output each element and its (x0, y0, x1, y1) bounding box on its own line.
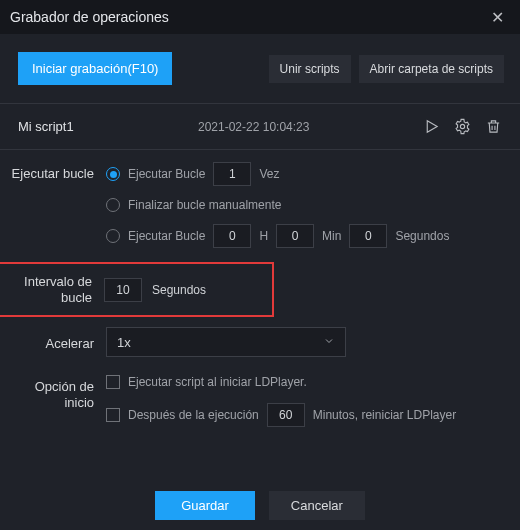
loop-m-label: Min (322, 229, 341, 243)
script-row: Mi script1 2021-02-22 10:04:23 (0, 104, 520, 150)
titlebar: Grabador de operaciones ✕ (0, 0, 520, 34)
interval-input[interactable] (104, 278, 142, 302)
loop-section-label: Ejecutar bucle (6, 162, 106, 182)
restart-minutes-suffix: Minutos, reiniciar LDPlayer (313, 408, 456, 422)
play-icon[interactable] (423, 118, 440, 135)
loop-h-label: H (259, 229, 268, 243)
checkbox-icon (106, 375, 120, 389)
loop-option-count[interactable]: Ejecutar Bucle Vez (106, 162, 502, 186)
gear-icon[interactable] (454, 118, 471, 135)
script-date: 2021-02-22 10:04:23 (198, 120, 423, 134)
start-recording-button[interactable]: Iniciar grabación(F10) (18, 52, 172, 85)
startup-after-exec-label: Después de la ejecución (128, 408, 259, 422)
settings-form: Ejecutar bucle Ejecutar Bucle Vez Finali… (0, 150, 520, 439)
radio-icon (106, 229, 120, 243)
save-button[interactable]: Guardar (155, 491, 255, 520)
loop-option-manual[interactable]: Finalizar bucle manualmente (106, 198, 502, 212)
startup-after-exec-option[interactable]: Después de la ejecución Minutos, reinici… (106, 403, 502, 427)
trash-icon[interactable] (485, 118, 502, 135)
script-name: Mi script1 (18, 119, 198, 134)
interval-unit: Segundos (152, 283, 206, 297)
loop-count-label: Ejecutar Bucle (128, 167, 205, 181)
open-scripts-folder-button[interactable]: Abrir carpeta de scripts (359, 55, 504, 83)
svg-point-1 (460, 124, 464, 128)
merge-scripts-button[interactable]: Unir scripts (269, 55, 351, 83)
loop-count-input[interactable] (213, 162, 251, 186)
accel-value: 1x (117, 335, 131, 350)
chevron-down-icon (323, 335, 335, 350)
startup-on-launch-label: Ejecutar script al iniciar LDPlayer. (128, 375, 307, 389)
loop-manual-label: Finalizar bucle manualmente (128, 198, 281, 212)
footer: Guardar Cancelar (0, 491, 520, 520)
checkbox-icon (106, 408, 120, 422)
radio-icon (106, 198, 120, 212)
window-title: Grabador de operaciones (10, 9, 169, 25)
accel-label: Acelerar (6, 332, 106, 352)
cancel-button[interactable]: Cancelar (269, 491, 365, 520)
interval-highlight: Intervalo de bucle Segundos (0, 262, 274, 317)
loop-seconds-input[interactable] (349, 224, 387, 248)
interval-label: Intervalo de bucle (2, 274, 104, 305)
restart-minutes-input[interactable] (267, 403, 305, 427)
loop-duration-label: Ejecutar Bucle (128, 229, 205, 243)
loop-option-duration[interactable]: Ejecutar Bucle H Min Segundos (106, 224, 502, 248)
close-icon[interactable]: ✕ (485, 4, 510, 31)
svg-marker-0 (427, 121, 437, 132)
loop-minutes-input[interactable] (276, 224, 314, 248)
startup-on-launch-option[interactable]: Ejecutar script al iniciar LDPlayer. (106, 375, 502, 389)
accel-select[interactable]: 1x (106, 327, 346, 357)
toolbar: Iniciar grabación(F10) Unir scripts Abri… (0, 34, 520, 104)
loop-hours-input[interactable] (213, 224, 251, 248)
startup-label: Opción de inicio (6, 375, 106, 410)
loop-s-label: Segundos (395, 229, 449, 243)
loop-count-suffix: Vez (259, 167, 279, 181)
radio-checked-icon (106, 167, 120, 181)
